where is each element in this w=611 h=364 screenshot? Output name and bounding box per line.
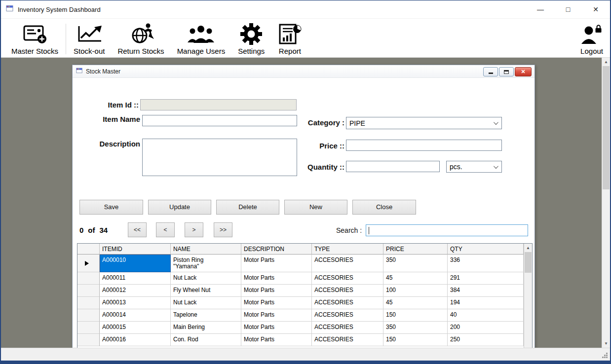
column-header-type[interactable]: TYPE xyxy=(312,244,383,255)
prev-record-button[interactable]: < xyxy=(156,222,175,237)
delete-button[interactable]: Delete xyxy=(216,200,279,215)
close-record-button[interactable]: Close xyxy=(352,200,416,215)
column-header-description[interactable]: DESCRIPTION xyxy=(241,244,312,255)
cell-description[interactable]: Motor Parts xyxy=(241,297,312,309)
cell-description[interactable]: Motor Parts xyxy=(241,285,312,297)
description-field[interactable] xyxy=(142,139,297,176)
close-button[interactable]: ✕ xyxy=(589,5,602,13)
new-button[interactable]: New xyxy=(284,200,347,215)
next-record-button[interactable]: > xyxy=(185,222,203,237)
toolbar-item-report[interactable]: Report xyxy=(271,21,308,55)
child-maximize-button[interactable] xyxy=(499,67,514,76)
cell-name[interactable]: Nut Lack xyxy=(171,272,241,285)
maximize-button[interactable]: □ xyxy=(562,5,574,13)
update-button[interactable]: Update xyxy=(148,200,211,215)
item-name-field[interactable] xyxy=(142,115,297,126)
row-selector-cell[interactable] xyxy=(77,255,100,272)
cell-name[interactable]: Fly Wheel Nut xyxy=(171,285,241,297)
column-header-price[interactable]: PRICE xyxy=(383,244,448,255)
cell-qty[interactable]: 291 xyxy=(448,272,524,285)
cell-price[interactable]: 350 xyxy=(383,322,448,334)
grid-scrollbar-thumb[interactable] xyxy=(525,252,532,273)
cell-name[interactable]: Piston Ring "Yamana" xyxy=(171,255,241,272)
cell-description[interactable]: Motor Parts xyxy=(241,322,312,334)
cell-description[interactable]: Motor Parts xyxy=(241,272,312,285)
workspace-scrollbar-thumb[interactable] xyxy=(603,66,610,189)
cell-type[interactable]: ACCESORIES xyxy=(312,255,383,272)
table-row[interactable]: A000010 Piston Ring "Yamana" Motor Parts… xyxy=(77,255,524,272)
cell-description[interactable]: Motor Parts xyxy=(241,255,312,272)
table-row[interactable]: A000013 Nut Lack Motor Parts ACCESORIES … xyxy=(77,297,524,309)
category-combobox[interactable]: PIPE xyxy=(346,117,502,129)
cell-itemid[interactable]: A000015 xyxy=(100,322,171,334)
minimize-button[interactable]: — xyxy=(534,5,547,13)
cell-itemid[interactable]: A000016 xyxy=(100,334,171,346)
cell-description[interactable]: Motor Parts xyxy=(241,334,312,346)
price-field[interactable] xyxy=(346,140,502,151)
cell-price[interactable]: 150 xyxy=(383,309,448,322)
cell-name[interactable]: Con. Rod xyxy=(171,334,241,346)
cell-qty[interactable]: 194 xyxy=(448,297,524,309)
cell-price[interactable]: 150 xyxy=(383,334,448,346)
save-button[interactable]: Save xyxy=(79,200,143,215)
cell-price[interactable]: 100 xyxy=(383,285,448,297)
cell-name[interactable]: Tapelone xyxy=(171,309,241,322)
cell-qty[interactable]: 200 xyxy=(448,322,524,334)
resize-grip[interactable] xyxy=(606,357,608,358)
table-row[interactable]: A000015 Main Bering Motor Parts ACCESORI… xyxy=(77,322,524,334)
cell-price[interactable]: 45 xyxy=(383,297,448,309)
cell-itemid[interactable]: A000011 xyxy=(100,272,171,285)
toolbar-item-stock-out[interactable]: Stock-out xyxy=(67,21,111,55)
row-selector-cell[interactable] xyxy=(77,272,100,285)
quantity-field[interactable] xyxy=(346,161,440,172)
cell-price[interactable]: 45 xyxy=(383,272,448,285)
cell-qty[interactable]: 384 xyxy=(448,285,524,297)
cell-type[interactable]: ACCESORIES xyxy=(312,272,383,285)
row-selector-cell[interactable] xyxy=(77,285,100,297)
toolbar-item-manage-users[interactable]: Manage Users xyxy=(171,21,232,55)
scroll-up-arrow-icon[interactable]: ▲ xyxy=(524,244,532,252)
table-row[interactable]: A000011 Nut Lack Motor Parts ACCESORIES … xyxy=(77,272,524,285)
cell-name[interactable]: Main Bering xyxy=(171,322,241,334)
grid-vertical-scrollbar[interactable]: ▲ xyxy=(524,244,532,348)
cell-qty[interactable]: 40 xyxy=(448,309,524,322)
search-input[interactable] xyxy=(366,224,528,236)
row-selector-cell[interactable] xyxy=(77,322,100,334)
cell-type[interactable]: ACCESORIES xyxy=(312,297,383,309)
table-row[interactable]: A000016 Con. Rod Motor Parts ACCESORIES … xyxy=(77,334,524,346)
row-selector-cell[interactable] xyxy=(77,297,100,309)
table-row[interactable]: A000014 Tapelone Motor Parts ACCESORIES … xyxy=(77,309,524,322)
toolbar-item-logout[interactable]: Logout xyxy=(574,21,610,55)
column-header-itemid[interactable]: ITEMID xyxy=(100,244,171,255)
row-selector-header[interactable] xyxy=(77,244,100,255)
child-minimize-button[interactable] xyxy=(483,67,498,76)
last-record-button[interactable]: >> xyxy=(214,222,232,237)
first-record-button[interactable]: << xyxy=(128,222,147,237)
cell-qty[interactable]: 336 xyxy=(448,255,524,272)
cell-type[interactable]: ACCESORIES xyxy=(312,309,383,322)
cell-qty[interactable]: 250 xyxy=(448,334,524,346)
toolbar-item-master-stocks[interactable]: Master Stocks xyxy=(5,21,65,55)
scroll-up-arrow-icon[interactable]: ▲ xyxy=(602,58,610,66)
cell-name[interactable]: Nut Lack xyxy=(171,297,241,309)
row-selector-cell[interactable] xyxy=(77,309,100,322)
cell-type[interactable]: ACCESORIES xyxy=(312,334,383,346)
row-selector-cell[interactable] xyxy=(77,334,100,346)
column-header-qty[interactable]: QTY xyxy=(448,244,524,255)
toolbar-item-return-stocks[interactable]: Return Stocks xyxy=(111,21,170,55)
toolbar-item-settings[interactable]: Settings xyxy=(231,21,271,55)
cell-type[interactable]: ACCESORIES xyxy=(312,285,383,297)
cell-itemid[interactable]: A000010 xyxy=(100,255,171,272)
cell-price[interactable]: 350 xyxy=(383,255,448,272)
child-close-button[interactable]: ✕ xyxy=(515,67,532,76)
cell-description[interactable]: Motor Parts xyxy=(241,309,312,322)
workspace-vertical-scrollbar[interactable]: ▲ ▼ xyxy=(602,58,610,348)
column-header-name[interactable]: NAME xyxy=(171,244,241,255)
unit-combobox[interactable]: pcs. xyxy=(446,161,502,173)
child-titlebar[interactable]: Stock Master xyxy=(73,65,535,78)
cell-type[interactable]: ACCESORIES xyxy=(312,322,383,334)
table-row[interactable]: A000012 Fly Wheel Nut Motor Parts ACCESO… xyxy=(77,285,524,297)
cell-itemid[interactable]: A000014 xyxy=(100,309,171,322)
cell-itemid[interactable]: A000013 xyxy=(100,297,171,309)
cell-itemid[interactable]: A000012 xyxy=(100,285,171,297)
